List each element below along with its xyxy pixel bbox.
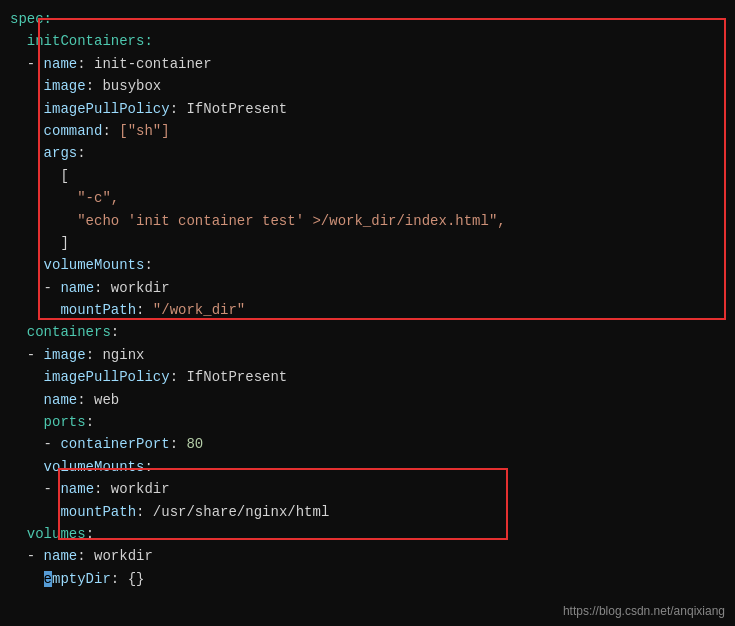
code-line: emptyDir: {} (10, 568, 725, 590)
code-line: - name: workdir (10, 545, 725, 567)
code-line: containers: (10, 321, 725, 343)
code-line: - image: nginx (10, 344, 725, 366)
code-line: imagePullPolicy: IfNotPresent (10, 366, 725, 388)
code-line: - containerPort: 80 (10, 433, 725, 455)
code-line: ports: (10, 411, 725, 433)
code-line: name: web (10, 389, 725, 411)
highlight-box-volume-mounts (58, 468, 508, 540)
highlight-box-init-containers (38, 18, 726, 320)
watermark: https://blog.csdn.net/anqixiang (563, 604, 725, 618)
